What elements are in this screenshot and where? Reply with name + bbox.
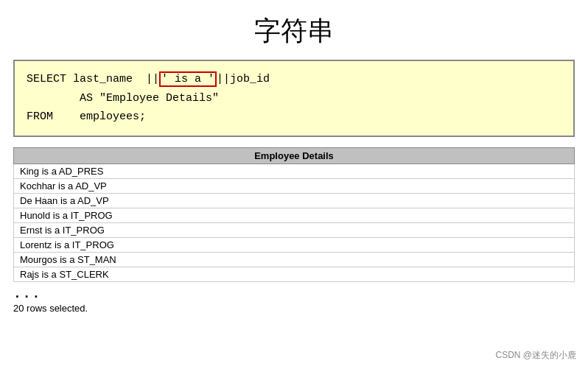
column-header: Employee Details bbox=[14, 147, 575, 164]
table-cell: King is a AD_PRES bbox=[14, 164, 575, 178]
table-row: King is a AD_PRES bbox=[14, 164, 575, 178]
table-cell: Ernst is a IT_PROG bbox=[14, 222, 575, 237]
page-title: 字符串 bbox=[0, 0, 588, 60]
table-cell: Mourgos is a ST_MAN bbox=[14, 252, 575, 267]
table-row: De Haan is a AD_VP bbox=[14, 193, 575, 208]
result-table: Employee Details King is a AD_PRESKochha… bbox=[13, 147, 575, 282]
footer-brand: CSDN @迷失的小鹿 bbox=[495, 349, 576, 362]
ellipsis: ... bbox=[13, 287, 575, 301]
table-row: Hunold is a IT_PROG bbox=[14, 208, 575, 222]
sql-select-part: SELECT last_name || bbox=[27, 73, 159, 85]
sql-block: SELECT last_name ||' is a '||job_id AS "… bbox=[13, 60, 575, 137]
table-cell: Lorentz is a IT_PROG bbox=[14, 237, 575, 252]
table-row: Kochhar is a AD_VP bbox=[14, 178, 575, 193]
sql-highlight: ' is a ' bbox=[159, 71, 217, 87]
sql-line-2: AS "Employee Details" bbox=[27, 89, 561, 108]
rows-selected: 20 rows selected. bbox=[13, 303, 575, 314]
sql-after-highlight: ||job_id bbox=[217, 73, 270, 85]
table-row: Lorentz is a IT_PROG bbox=[14, 237, 575, 252]
table-row: Mourgos is a ST_MAN bbox=[14, 252, 575, 267]
table-row: Ernst is a IT_PROG bbox=[14, 222, 575, 237]
table-cell: Hunold is a IT_PROG bbox=[14, 208, 575, 222]
sql-line-1: SELECT last_name ||' is a '||job_id bbox=[27, 70, 561, 89]
table-cell: Kochhar is a AD_VP bbox=[14, 178, 575, 193]
table-cell: Rajs is a ST_CLERK bbox=[14, 267, 575, 281]
table-cell: De Haan is a AD_VP bbox=[14, 193, 575, 208]
sql-line-3: FROM employees; bbox=[27, 108, 561, 127]
table-row: Rajs is a ST_CLERK bbox=[14, 267, 575, 281]
